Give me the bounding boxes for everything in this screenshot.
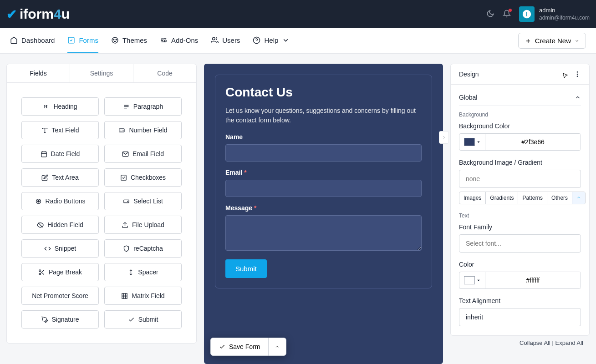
- field-heading[interactable]: HHeading: [21, 97, 99, 116]
- avatar: [519, 6, 535, 22]
- form-field-message[interactable]: Message *: [225, 204, 422, 252]
- svg-marker-43: [477, 142, 479, 143]
- align-select[interactable]: [459, 308, 581, 326]
- svg-marker-44: [477, 280, 479, 281]
- create-new-button[interactable]: Create New: [518, 33, 586, 49]
- plus-icon: [525, 38, 531, 44]
- collapse-right-toggle[interactable]: [439, 131, 449, 144]
- label-email: Email *: [225, 169, 422, 176]
- field-textfield[interactable]: Text Field: [21, 121, 99, 139]
- field-spacer[interactable]: Spacer: [104, 263, 182, 281]
- fields-grid: HHeading Paragraph Text Field 123Number …: [7, 83, 196, 343]
- textcolor-input[interactable]: [485, 272, 581, 288]
- field-select[interactable]: Select List: [104, 192, 182, 210]
- field-submit[interactable]: Submit: [104, 310, 182, 329]
- bgcolor-control: [459, 133, 581, 151]
- save-form-dropdown[interactable]: [269, 338, 286, 356]
- chip-images[interactable]: Images: [459, 192, 486, 204]
- logo[interactable]: ✔ iform4u: [6, 6, 70, 22]
- tab-fields[interactable]: Fields: [7, 64, 70, 82]
- chip-patterns[interactable]: Patterns: [518, 192, 547, 204]
- bgcolor-swatch: [464, 138, 475, 146]
- form-description: Let us know your questions, suggestions …: [225, 106, 422, 125]
- field-numberfield[interactable]: 123Number Field: [104, 121, 182, 139]
- svg-point-7: [213, 37, 215, 40]
- svg-point-4: [113, 39, 114, 40]
- input-message[interactable]: [225, 215, 422, 251]
- field-nps[interactable]: Net Promoter Score: [21, 287, 99, 305]
- bgcolor-input[interactable]: [485, 134, 581, 150]
- textcolor-picker[interactable]: [459, 272, 485, 288]
- design-panel: Design Global Background Background Colo…: [450, 64, 590, 336]
- field-radio[interactable]: Radio Buttons: [21, 192, 99, 210]
- nav-help[interactable]: Help: [253, 28, 290, 53]
- chip-gradients[interactable]: Gradients: [486, 192, 518, 204]
- notifications-icon[interactable]: [503, 10, 511, 19]
- chip-collapse[interactable]: [572, 192, 585, 204]
- text-section-label: Text: [459, 212, 581, 219]
- field-datefield[interactable]: Date Field: [21, 145, 99, 163]
- field-recaptcha[interactable]: reCaptcha: [104, 239, 182, 258]
- collapse-all-link[interactable]: Collapse All: [520, 339, 550, 346]
- svg-rect-24: [121, 175, 126, 180]
- svg-point-41: [577, 74, 578, 75]
- bgcolor-picker[interactable]: [459, 134, 485, 150]
- field-hidden[interactable]: Hidden Field: [21, 216, 99, 234]
- field-textarea[interactable]: Text Area: [21, 168, 99, 187]
- logo-check-icon: ✔: [6, 7, 17, 22]
- nav-users[interactable]: Users: [211, 28, 240, 53]
- input-name[interactable]: [225, 144, 422, 162]
- chevron-up-icon: [575, 94, 581, 101]
- bgcolor-label: Background Color: [459, 122, 581, 130]
- svg-rect-1: [526, 12, 527, 16]
- cursor-icon: [561, 72, 569, 80]
- textcolor-control: [459, 272, 581, 289]
- navbar: Dashboard Forms Themes Add-Ons Users Hel…: [0, 28, 596, 54]
- field-snippet[interactable]: Snippet: [21, 239, 99, 258]
- bgimage-label: Background Image / Gradient: [459, 159, 581, 166]
- font-select[interactable]: [459, 234, 581, 253]
- form-field-email[interactable]: Email *: [225, 169, 422, 197]
- user-menu[interactable]: admin admin@iform4u.com: [519, 6, 590, 22]
- label-message: Message *: [225, 204, 422, 212]
- tab-code[interactable]: Code: [133, 64, 196, 82]
- check-icon: [219, 344, 225, 350]
- more-icon[interactable]: [574, 71, 581, 78]
- form-submit-button[interactable]: Submit: [225, 259, 267, 278]
- global-section-toggle[interactable]: Global: [459, 91, 581, 106]
- field-paragraph[interactable]: Paragraph: [104, 97, 182, 116]
- nav-themes[interactable]: Themes: [111, 28, 147, 53]
- field-fileupload[interactable]: File Upload: [104, 216, 182, 234]
- svg-point-31: [39, 273, 41, 275]
- input-email[interactable]: [225, 180, 422, 197]
- user-name: admin: [539, 7, 590, 15]
- textcolor-label: Color: [459, 261, 581, 268]
- field-pagebreak[interactable]: Page Break: [21, 263, 99, 281]
- field-checkboxes[interactable]: Checkboxes: [104, 168, 182, 187]
- theme-toggle-icon[interactable]: [486, 10, 494, 19]
- chevron-down-icon: [282, 36, 290, 44]
- field-emailfield[interactable]: Email Field: [104, 145, 182, 163]
- nav-forms[interactable]: Forms: [67, 28, 98, 53]
- svg-point-42: [577, 76, 578, 77]
- bgimage-input[interactable]: [459, 170, 581, 188]
- form-container[interactable]: Contact Us Let us know your questions, s…: [215, 75, 432, 288]
- nav-dashboard[interactable]: Dashboard: [10, 28, 55, 53]
- svg-point-30: [39, 269, 41, 271]
- svg-point-5: [116, 39, 117, 40]
- field-signature[interactable]: Signature: [21, 310, 99, 329]
- save-form-button[interactable]: Save Form: [210, 338, 269, 356]
- expand-all-link[interactable]: Expand All: [555, 339, 583, 346]
- field-matrix[interactable]: Matrix Field: [104, 287, 182, 305]
- form-canvas: Contact Us Let us know your questions, s…: [204, 64, 443, 364]
- left-panel: Fields Settings Code HHeading Paragraph …: [6, 64, 197, 344]
- footer-links: Collapse All | Expand All: [450, 336, 590, 352]
- caret-down-icon: [477, 140, 480, 144]
- chevron-right-icon: [442, 135, 446, 140]
- tab-settings[interactable]: Settings: [70, 64, 133, 82]
- form-field-name[interactable]: Name: [225, 133, 422, 162]
- chip-others[interactable]: Others: [547, 192, 572, 204]
- chevron-down-icon: [575, 39, 579, 43]
- nav-addons[interactable]: Add-Ons: [160, 28, 198, 53]
- textcolor-swatch: [464, 276, 475, 284]
